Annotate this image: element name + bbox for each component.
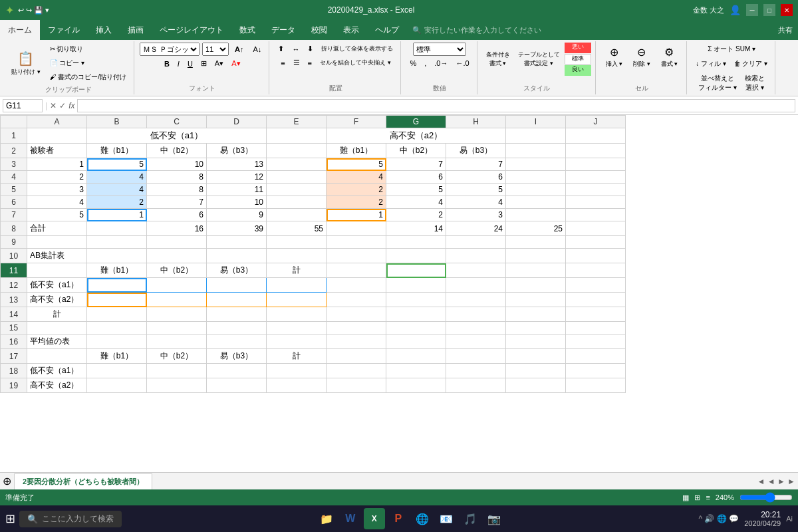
cell-c8[interactable]: 16 xyxy=(147,221,207,236)
cell-e15[interactable] xyxy=(267,322,327,334)
comma-button[interactable]: , xyxy=(421,57,430,69)
sort-filter-button[interactable]: 並べ替えとフィルター ▾ xyxy=(695,72,740,94)
cell-a9[interactable] xyxy=(27,236,87,249)
row-header-13[interactable]: 13 xyxy=(1,293,27,307)
view-break-icon[interactable]: ≡ xyxy=(706,493,710,501)
cell-i18[interactable] xyxy=(506,364,566,378)
cell-b15[interactable] xyxy=(87,322,147,334)
cell-c15[interactable] xyxy=(147,322,207,334)
cell-h4[interactable]: 6 xyxy=(446,171,506,184)
row-header-17[interactable]: 17 xyxy=(1,349,27,364)
cell-g6[interactable]: 4 xyxy=(386,196,446,209)
cell-a13[interactable]: 高不安（a2） xyxy=(27,293,87,307)
cell-h18[interactable] xyxy=(446,364,506,378)
row-header-11[interactable]: 11 xyxy=(1,263,27,278)
cell-i13[interactable] xyxy=(506,293,566,307)
align-left-button[interactable]: ≡ xyxy=(277,57,288,69)
cell-a16[interactable]: 平均値の表 xyxy=(27,334,87,349)
cell-g5[interactable]: 5 xyxy=(386,184,446,196)
maximize-button[interactable]: □ xyxy=(763,4,775,16)
clear-button[interactable]: 🗑 クリア ▾ xyxy=(731,57,771,70)
taskbar-icon-camera[interactable]: 📷 xyxy=(483,508,505,529)
fill-color-button[interactable]: A▾ xyxy=(211,57,227,70)
merge-center-button[interactable]: セルを結合して中央揃え ▾ xyxy=(317,57,394,69)
cell-c9[interactable] xyxy=(147,236,207,249)
cell-a15[interactable] xyxy=(27,322,87,334)
normal-style[interactable]: 標準 xyxy=(565,54,591,65)
cell-b8[interactable] xyxy=(87,221,147,236)
col-header-h[interactable]: H xyxy=(446,116,506,128)
cell-e12[interactable] xyxy=(267,278,327,293)
cell-i1[interactable] xyxy=(506,128,566,144)
row-header-16[interactable]: 16 xyxy=(1,334,27,349)
row-header-7[interactable]: 7 xyxy=(1,209,27,221)
tab-draw[interactable]: 描画 xyxy=(120,20,152,40)
cell-reference-box[interactable] xyxy=(3,99,43,112)
cell-f4[interactable]: 4 xyxy=(327,171,386,184)
cell-e6[interactable] xyxy=(267,196,327,209)
cell-e16[interactable] xyxy=(267,334,327,349)
cell-i7[interactable] xyxy=(506,209,566,221)
cell-i6[interactable] xyxy=(506,196,566,209)
cell-a7[interactable]: 5 xyxy=(27,209,87,221)
cell-h13[interactable] xyxy=(446,293,506,307)
copy-button[interactable]: 📄 コピー ▾ xyxy=(47,57,130,70)
cell-e17[interactable]: 計 xyxy=(267,349,327,364)
cell-b12[interactable] xyxy=(87,278,147,293)
col-header-c[interactable]: C xyxy=(147,116,207,128)
view-layout-icon[interactable]: ⊞ xyxy=(694,493,700,502)
cell-g11[interactable] xyxy=(386,263,446,278)
cell-e10[interactable] xyxy=(267,249,327,263)
align-center-button[interactable]: ☰ xyxy=(290,57,303,69)
paste-button[interactable]: 📋貼り付け ▾ xyxy=(7,47,45,80)
tab-home[interactable]: ホーム xyxy=(0,20,40,40)
wrap-text-button[interactable]: 折り返して全体を表示する xyxy=(318,43,396,55)
cell-c13[interactable] xyxy=(147,293,207,307)
cell-h17[interactable] xyxy=(446,349,506,364)
cell-b7[interactable]: 1 xyxy=(87,209,147,221)
row-header-8[interactable]: 8 xyxy=(1,221,27,236)
cell-f2[interactable]: 難（b1） xyxy=(327,144,386,158)
tab-data[interactable]: データ xyxy=(263,20,303,40)
cell-d8[interactable]: 39 xyxy=(207,221,267,236)
cell-b9[interactable] xyxy=(87,236,147,249)
cell-i15[interactable] xyxy=(506,322,566,334)
cell-e14[interactable] xyxy=(267,307,327,322)
confirm-icon[interactable]: ✓ xyxy=(59,101,66,110)
col-header-d[interactable]: D xyxy=(207,116,267,128)
cell-b16[interactable] xyxy=(87,334,147,349)
cell-f16[interactable] xyxy=(327,334,386,349)
cell-i4[interactable] xyxy=(506,171,566,184)
cell-d10[interactable] xyxy=(207,249,267,263)
cell-d4[interactable]: 12 xyxy=(207,171,267,184)
cell-b17[interactable]: 難（b1） xyxy=(87,349,147,364)
cell-h14[interactable] xyxy=(446,307,506,322)
align-bottom-button[interactable]: ⬇ xyxy=(304,43,317,55)
cell-j8[interactable] xyxy=(566,221,626,236)
cell-c12[interactable] xyxy=(147,278,207,293)
tab-help[interactable]: ヘルプ xyxy=(367,20,407,40)
cell-i11[interactable] xyxy=(506,263,566,278)
cell-h3[interactable]: 7 xyxy=(446,158,506,171)
cell-g3[interactable]: 7 xyxy=(386,158,446,171)
taskbar-icon-mail[interactable]: 📧 xyxy=(436,508,457,529)
cell-h12[interactable] xyxy=(446,278,506,293)
taskbar-icon-powerpoint[interactable]: P xyxy=(388,508,409,529)
cell-a4[interactable]: 2 xyxy=(27,171,87,184)
decrease-decimal-button[interactable]: ←.0 xyxy=(452,57,472,69)
cell-g15[interactable] xyxy=(386,322,446,334)
row-header-2[interactable]: 2 xyxy=(1,144,27,158)
font-color-button[interactable]: A▾ xyxy=(228,57,243,70)
cell-h11[interactable] xyxy=(446,263,506,278)
row-header-1[interactable]: 1 xyxy=(1,128,27,144)
cell-a3[interactable]: 1 xyxy=(27,158,87,171)
number-format-select[interactable]: 標準 xyxy=(413,43,466,56)
cell-j16[interactable] xyxy=(566,334,626,349)
cell-g9[interactable] xyxy=(386,236,446,249)
cell-f7[interactable]: 1 xyxy=(327,209,386,221)
cell-g10[interactable] xyxy=(386,249,446,263)
cell-j10[interactable] xyxy=(566,249,626,263)
cell-c14[interactable] xyxy=(147,307,207,322)
search-box[interactable]: 実行したい作業を入力してください xyxy=(424,25,541,35)
tab-formula[interactable]: 数式 xyxy=(231,20,263,40)
